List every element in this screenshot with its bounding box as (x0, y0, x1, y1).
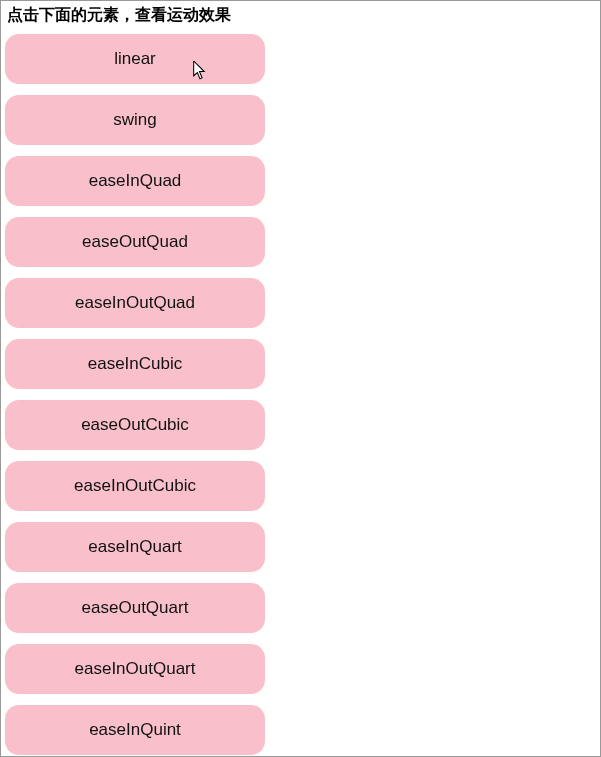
easing-button-easeoutcubic[interactable]: easeOutCubic (5, 400, 265, 450)
page-heading: 点击下面的元素，查看运动效果 (1, 1, 600, 34)
easing-button-easeinquint[interactable]: easeInQuint (5, 705, 265, 755)
easing-label: easeOutQuart (82, 598, 189, 618)
easing-label: easeInQuart (88, 537, 182, 557)
easing-button-linear[interactable]: linear (5, 34, 265, 84)
easing-button-easeoutquart[interactable]: easeOutQuart (5, 583, 265, 633)
easing-label: easeInOutQuart (75, 659, 196, 679)
easing-label: easeInQuint (89, 720, 181, 740)
easing-label: easeInOutCubic (74, 476, 196, 496)
easing-button-swing[interactable]: swing (5, 95, 265, 145)
easing-label: easeOutQuad (82, 232, 188, 252)
easing-button-easeinoutquart[interactable]: easeInOutQuart (5, 644, 265, 694)
easing-label: linear (114, 49, 156, 69)
easing-button-easeinquad[interactable]: easeInQuad (5, 156, 265, 206)
easing-label: easeInQuad (89, 171, 182, 191)
easing-label: easeOutCubic (81, 415, 189, 435)
easing-list: linear swing easeInQuad easeOutQuad ease… (1, 34, 600, 755)
easing-button-easeinoutcubic[interactable]: easeInOutCubic (5, 461, 265, 511)
easing-button-easeinoutquad[interactable]: easeInOutQuad (5, 278, 265, 328)
easing-button-easeincubic[interactable]: easeInCubic (5, 339, 265, 389)
easing-label: easeInCubic (88, 354, 183, 374)
easing-button-easeinquart[interactable]: easeInQuart (5, 522, 265, 572)
easing-label: swing (113, 110, 156, 130)
easing-button-easeoutquad[interactable]: easeOutQuad (5, 217, 265, 267)
easing-label: easeInOutQuad (75, 293, 195, 313)
